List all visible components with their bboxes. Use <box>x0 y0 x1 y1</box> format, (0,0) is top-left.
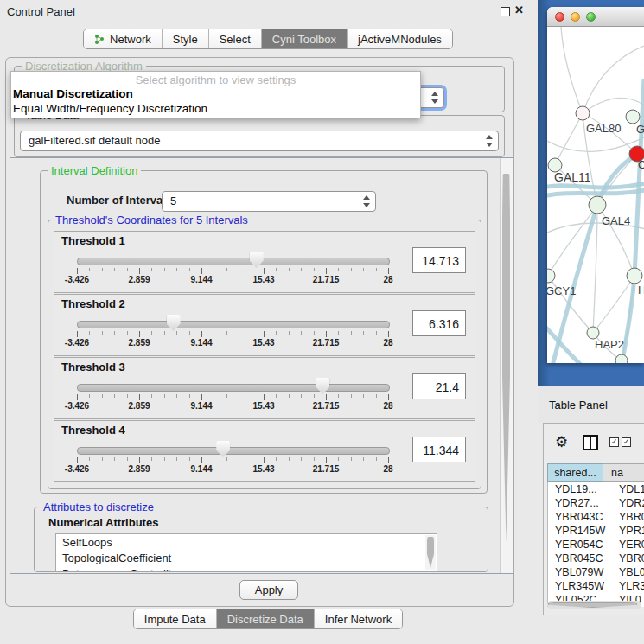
table-row[interactable]: YDR27...YDR2 <box>548 496 644 510</box>
apply-button[interactable]: Apply <box>239 580 298 600</box>
slider-tick-label: 28 <box>383 275 392 284</box>
numerical-attributes-list[interactable]: SelfLoopsTopologicalCoefficientBetweenne… <box>55 533 437 571</box>
table-horizontal-scrollbar[interactable] <box>547 601 641 609</box>
network-node-label: GAL4 <box>602 214 630 227</box>
cell-name[interactable]: YBR0 <box>610 510 644 524</box>
scrollbar-thumb[interactable] <box>548 602 637 608</box>
bottom-tab-discretize-data[interactable]: Discretize Data <box>217 609 315 628</box>
settings-vertical-scrollbar[interactable] <box>500 158 513 573</box>
threshold-slider[interactable]: -3.4262.8599.14415.4321.71528 <box>77 377 388 415</box>
network-node[interactable] <box>547 269 555 283</box>
attributes-scrollbar[interactable] <box>425 535 436 570</box>
bottom-tab-infer-network[interactable]: Infer Network <box>315 609 402 628</box>
network-node[interactable] <box>576 106 590 120</box>
table-row[interactable]: YLR345WYLR3 <box>548 579 644 593</box>
slider-thumb[interactable] <box>216 441 230 457</box>
cell-shared-name[interactable]: YLR345W <box>548 579 610 593</box>
attribute-list-item[interactable]: TopologicalCoefficient <box>62 551 437 566</box>
cell-shared-name[interactable]: YDL19... <box>548 482 610 496</box>
mac-minimize-icon[interactable] <box>571 12 580 22</box>
mac-zoom-icon[interactable] <box>586 12 596 22</box>
cell-shared-name[interactable]: YER054C <box>548 538 610 552</box>
network-edge[interactable] <box>561 27 583 113</box>
network-node[interactable] <box>589 196 606 214</box>
table-data-combobox[interactable]: galFiltered.sif default node <box>20 131 499 151</box>
threshold-slider[interactable]: -3.4262.8599.14415.4321.71528 <box>77 314 388 352</box>
slider-tick-label: 2.859 <box>128 338 150 348</box>
slider-thumb[interactable] <box>167 315 181 331</box>
slider-track[interactable] <box>77 321 390 328</box>
network-canvas[interactable]: GAL80GAGAL11CGAL4GCY1HHAP2 <box>547 27 644 363</box>
dropdown-item-equal-width[interactable]: Equal Width/Frequency Discretization <box>11 101 420 116</box>
slider-track[interactable] <box>77 258 390 265</box>
threshold-value-field[interactable]: 6.316 <box>412 310 466 336</box>
attribute-list-item[interactable]: BetweennessCentrality <box>62 566 437 571</box>
checkbox-icon[interactable]: ✓ <box>609 437 619 447</box>
table-row[interactable]: YBR045CYBR0 <box>548 552 644 565</box>
control-panel-tabs: NetworkStyleSelectCyni ToolboxjActiveMNo… <box>0 29 536 49</box>
interval-definition-title: Interval Definition <box>48 164 141 177</box>
table-row[interactable]: YDL19...YDL1 <box>548 482 644 496</box>
cell-shared-name[interactable]: YDR27... <box>548 496 610 510</box>
cell-name[interactable]: YBR0 <box>610 552 644 565</box>
tab-jactivemnodules[interactable]: jActiveMNodules <box>348 29 452 48</box>
close-icon[interactable]: ✕ <box>514 3 524 16</box>
network-node[interactable] <box>587 327 599 339</box>
threshold-slider[interactable]: -3.4262.8599.14415.4321.71528 <box>77 440 388 478</box>
network-edge[interactable] <box>583 46 644 113</box>
network-edge[interactable] <box>547 135 644 151</box>
column-header-name[interactable]: na <box>603 463 644 482</box>
gear-icon[interactable]: ⚙ <box>555 433 568 451</box>
cell-name[interactable]: YBL0 <box>610 565 644 579</box>
tab-select[interactable]: Select <box>209 29 262 48</box>
table-row[interactable]: YPR145WYPR1 <box>548 524 644 538</box>
columns-icon[interactable] <box>583 435 598 450</box>
control-panel-titlebar: Control Panel ✕ <box>0 0 536 22</box>
scrollbar-thumb[interactable] <box>502 174 510 543</box>
tab-network[interactable]: Network <box>84 29 163 48</box>
network-node[interactable] <box>627 268 642 284</box>
attribute-list-item[interactable]: SelfLoops <box>62 535 437 551</box>
dropdown-item-manual-discretization[interactable]: Manual Discretization <box>11 86 420 101</box>
column-header-shared-name[interactable]: shared... <box>547 463 603 482</box>
network-edge[interactable] <box>548 205 597 276</box>
combo-stepper-icon[interactable] <box>430 92 438 104</box>
threshold-value-field[interactable]: 21.4 <box>412 373 466 399</box>
network-edge[interactable] <box>555 113 583 165</box>
cell-name[interactable]: YDR2 <box>610 496 644 510</box>
network-edge-thick[interactable] <box>547 189 644 196</box>
table-row[interactable]: YBL079WYBL0 <box>548 565 644 579</box>
network-node[interactable] <box>615 354 628 363</box>
network-node[interactable] <box>626 110 640 124</box>
threshold-slider[interactable]: -3.4262.8599.14415.4321.71528 <box>77 251 388 289</box>
float-window-icon[interactable] <box>501 7 510 16</box>
cell-name[interactable]: YPR1 <box>610 524 644 538</box>
threshold-label: Threshold 3 <box>61 360 125 373</box>
slider-tick-label: 2.859 <box>128 401 150 411</box>
dropdown-placeholder-item[interactable]: Select algorithm to view settings <box>11 73 420 86</box>
num-intervals-spinner[interactable]: 5 <box>162 191 376 212</box>
slider-track[interactable] <box>77 384 390 392</box>
combo-stepper-icon[interactable] <box>485 135 493 147</box>
cell-shared-name[interactable]: YBL079W <box>548 565 610 579</box>
tab-cyni-toolbox[interactable]: Cyni Toolbox <box>262 29 348 48</box>
threshold-value-field[interactable]: 11.344 <box>412 437 466 462</box>
threshold-value-field[interactable]: 14.713 <box>412 247 466 273</box>
slider-thumb[interactable] <box>250 252 264 268</box>
cell-shared-name[interactable]: YPR145W <box>548 524 610 538</box>
bottom-tab-impute-data[interactable]: Impute Data <box>134 609 217 628</box>
checkbox-icon[interactable]: ✓ <box>622 437 631 447</box>
slider-track[interactable] <box>77 447 390 455</box>
slider-thumb[interactable] <box>316 378 329 394</box>
table-row[interactable]: YER054CYER0 <box>548 538 644 552</box>
mac-close-icon[interactable] <box>555 12 564 22</box>
table-row[interactable]: YBR043CYBR0 <box>548 510 644 524</box>
network-edge[interactable] <box>597 154 637 205</box>
cell-shared-name[interactable]: YBR043C <box>548 510 610 524</box>
cell-shared-name[interactable]: YBR045C <box>548 552 610 565</box>
tab-style[interactable]: Style <box>163 29 209 48</box>
cell-name[interactable]: YLR3 <box>610 579 644 593</box>
cell-name[interactable]: YDL1 <box>610 482 644 496</box>
cell-name[interactable]: YER0 <box>610 538 644 552</box>
spinner-stepper-icon[interactable] <box>362 195 370 207</box>
